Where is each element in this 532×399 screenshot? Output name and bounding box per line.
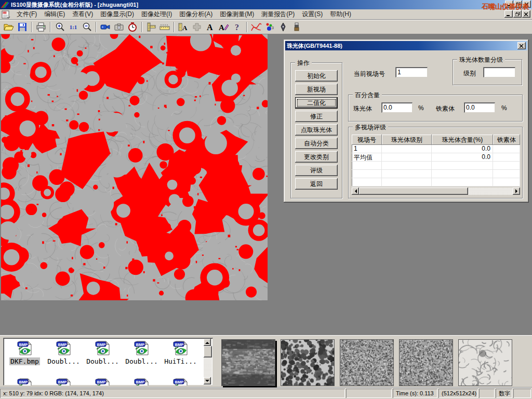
rating-table[interactable]: 视场号 珠光体级别 珠光体含量(%) 铁素体 1 0.0 平均值 xyxy=(352,135,520,187)
correct-button[interactable]: 修正 xyxy=(295,111,338,122)
rate-button[interactable]: 评级 xyxy=(295,165,338,176)
file-item[interactable]: BMP xyxy=(161,377,200,385)
file-item-dkf[interactable]: BMP DKF.bmp xyxy=(5,340,44,365)
ruler-a-icon: A xyxy=(178,22,189,32)
toolbar-separator xyxy=(246,22,247,32)
menu-view[interactable]: 查看(V) xyxy=(69,9,97,20)
snapshot-button[interactable] xyxy=(112,21,126,33)
thumbnail-1[interactable] xyxy=(221,339,275,386)
file-item-doubl1[interactable]: BMP Doubl... xyxy=(44,340,83,365)
text-button[interactable]: A xyxy=(204,21,217,33)
measure-label-button[interactable]: A xyxy=(177,21,190,33)
resolution-status: (512x512x24) xyxy=(438,389,478,398)
table-row[interactable]: 1 0.0 xyxy=(352,145,520,153)
brush-tool-button[interactable] xyxy=(290,21,303,33)
return-button[interactable]: 返回 xyxy=(295,178,338,190)
table-horizontal-scrollbar[interactable] xyxy=(352,188,520,195)
file-item[interactable]: BMP xyxy=(5,377,44,385)
table-row[interactable]: 平均值 0.0 xyxy=(352,153,520,162)
auto-classify-button[interactable]: 自动分类 xyxy=(295,138,338,149)
percent-group-title: 百分含量 xyxy=(353,91,382,100)
menu-measure-report[interactable]: 测量报告(P) xyxy=(258,9,298,20)
ferrite-label: 铁素体 xyxy=(436,104,455,113)
pen-tool-button[interactable] xyxy=(276,21,290,33)
col-pearlite-grade[interactable]: 珠光体级别 xyxy=(382,135,432,145)
caliper-measure-button[interactable] xyxy=(144,21,158,33)
grade-level-input[interactable] xyxy=(483,67,515,77)
dialog-close-button[interactable] xyxy=(517,42,526,49)
menu-image-display[interactable]: 图像显示(D) xyxy=(97,9,138,20)
count-markers-button[interactable]: 3 xyxy=(263,21,276,33)
cursor-position-status: x: 510 y: 79 idx: 0 RGB: (174, 174, 174) xyxy=(0,389,345,398)
thumbnail-3[interactable] xyxy=(340,339,394,386)
zoom-in-button[interactable] xyxy=(53,21,66,33)
bmp-file-icon: BMP xyxy=(56,340,72,356)
child-close-button[interactable] xyxy=(522,10,530,18)
grade-group: 珠光体数量分级 级别 xyxy=(453,59,522,85)
curve-tool-button[interactable] xyxy=(249,21,263,33)
svg-text:?: ? xyxy=(235,23,239,32)
timer-button[interactable] xyxy=(126,21,139,33)
scrollbar-thumb[interactable] xyxy=(204,346,212,357)
menu-image-measure[interactable]: 图像测量(M) xyxy=(216,9,258,20)
ruler-measure-button[interactable] xyxy=(158,21,171,33)
zoom-in-icon xyxy=(55,22,64,32)
open-file-button[interactable] xyxy=(2,21,16,33)
menu-file[interactable]: 文件(F) xyxy=(13,9,41,20)
menu-image-analysis[interactable]: 图像分析(A) xyxy=(176,9,216,20)
file-item[interactable]: BMP xyxy=(83,377,122,385)
thumbnail-4[interactable] xyxy=(399,339,453,386)
current-field-input[interactable] xyxy=(395,67,428,77)
merge-button[interactable] xyxy=(190,21,204,33)
change-category-button[interactable]: 更改类别 xyxy=(295,151,338,163)
operations-group-title: 操作 xyxy=(295,59,312,68)
scroll-left-button[interactable] xyxy=(352,188,359,195)
pearlite-percent-input[interactable] xyxy=(381,102,413,113)
file-list-scrollbar[interactable] xyxy=(204,339,212,384)
binarize-button[interactable]: 二值化 xyxy=(295,97,338,109)
svg-text:A: A xyxy=(219,23,224,32)
scroll-down-button[interactable] xyxy=(204,377,211,384)
ferrite-percent-input[interactable] xyxy=(464,102,495,113)
file-item[interactable]: BMP xyxy=(122,377,161,385)
pick-pearlite-button[interactable]: 点取珠光体 xyxy=(295,124,338,136)
save-button[interactable] xyxy=(16,21,29,33)
annotate-button[interactable]: A xyxy=(217,21,231,33)
file-item-doubl2[interactable]: BMP Doubl... xyxy=(83,340,122,365)
scrollbar-track[interactable] xyxy=(468,188,513,195)
application-window: { "window": { "title": "IS100显微摄像系统(金相分析… xyxy=(0,0,532,399)
file-item-huiti[interactable]: BMP HuiTi... xyxy=(161,340,200,365)
grade-group-title: 珠光体数量分级 xyxy=(457,56,505,64)
metallograph-image[interactable] xyxy=(1,34,268,300)
initialize-button[interactable]: 初始化 xyxy=(295,70,338,82)
new-field-button[interactable]: 新视场 xyxy=(295,84,338,95)
col-ferrite[interactable]: 铁素体 xyxy=(493,135,520,145)
actual-size-button[interactable]: 1:1 xyxy=(66,21,80,33)
menu-settings[interactable]: 设置(S) xyxy=(298,9,326,20)
menu-image-processing[interactable]: 图像处理(I) xyxy=(138,9,176,20)
ferrite-percent-sign: % xyxy=(501,104,507,112)
file-browser[interactable]: BMP DKF.bmp BMP Doubl... BMP Doubl... BM… xyxy=(3,338,213,385)
video-capture-button[interactable] xyxy=(99,21,112,33)
help-button[interactable]: ? xyxy=(231,21,244,33)
col-field-number[interactable]: 视场号 xyxy=(352,135,382,145)
zoom-out-button[interactable] xyxy=(80,21,94,33)
thumbnail-2[interactable] xyxy=(281,339,335,386)
file-item[interactable]: BMP xyxy=(44,377,83,385)
scroll-right-button[interactable] xyxy=(513,188,520,195)
menu-help[interactable]: 帮助(H) xyxy=(326,9,355,20)
print-button[interactable] xyxy=(34,21,48,33)
status-spacer xyxy=(346,389,392,398)
svg-text:BMP: BMP xyxy=(175,342,183,347)
scroll-up-button[interactable] xyxy=(204,339,211,346)
child-restore-button[interactable] xyxy=(513,10,522,18)
scrollbar-thumb[interactable] xyxy=(359,188,468,195)
child-minimize-button[interactable] xyxy=(504,10,513,18)
scrollbar-track[interactable] xyxy=(204,357,212,377)
thumbnail-5[interactable] xyxy=(458,339,512,386)
col-pearlite-content[interactable]: 珠光体含量(%) xyxy=(432,135,493,145)
file-item-doubl3[interactable]: BMP Doubl... xyxy=(122,340,161,365)
pearlite-dialog-titlebar[interactable]: 珠光体(GB/T9441-88) xyxy=(285,41,527,50)
svg-text:A: A xyxy=(207,23,213,32)
menu-edit[interactable]: 编辑(E) xyxy=(41,9,69,20)
